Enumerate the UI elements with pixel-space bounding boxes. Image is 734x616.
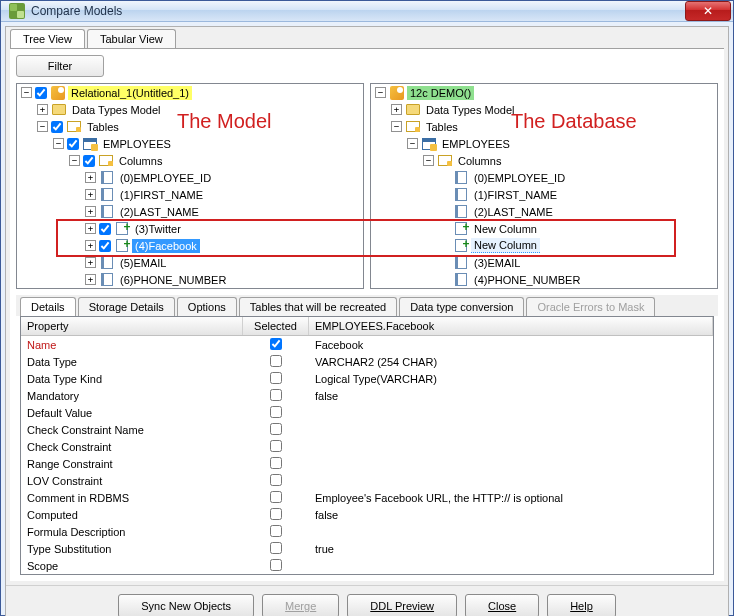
model-root-label[interactable]: Relational_1(Untitled_1) <box>68 86 192 100</box>
selected-cell[interactable] <box>243 524 309 540</box>
expand-icon[interactable]: − <box>375 87 386 98</box>
selected-cell[interactable] <box>243 558 309 574</box>
column-label[interactable]: (2)LAST_NAME <box>471 205 556 219</box>
database-root-label[interactable]: 12c DEMO() <box>407 86 474 100</box>
expand-icon[interactable]: − <box>423 155 434 166</box>
column-label[interactable]: (1)FIRST_NAME <box>471 188 560 202</box>
column-label[interactable]: (3)EMAIL <box>471 256 523 270</box>
tab-tables-recreated[interactable]: Tables that will be recreated <box>239 297 397 316</box>
selected-cell[interactable] <box>243 490 309 506</box>
selected-cell[interactable] <box>243 371 309 387</box>
expand-icon[interactable]: + <box>85 257 96 268</box>
tab-tree-view[interactable]: Tree View <box>10 29 85 48</box>
column-label[interactable]: (1)FIRST_NAME <box>117 188 206 202</box>
selected-cell[interactable] <box>243 541 309 557</box>
row-checkbox[interactable] <box>270 457 282 469</box>
grid-row[interactable]: Check Constraint Name <box>21 421 713 438</box>
grid-row[interactable]: Data Type KindLogical Type(VARCHAR) <box>21 370 713 387</box>
help-button[interactable]: Help <box>547 594 616 616</box>
grid-row[interactable]: Scope <box>21 557 713 574</box>
selected-cell[interactable] <box>243 473 309 489</box>
columns-label[interactable]: Columns <box>116 154 165 168</box>
expand-icon[interactable]: − <box>21 87 32 98</box>
properties-grid[interactable]: Property Selected EMPLOYEES.Facebook Nam… <box>20 316 714 575</box>
expand-icon[interactable]: + <box>85 223 96 234</box>
row-checkbox[interactable] <box>270 372 282 384</box>
header-value[interactable]: EMPLOYEES.Facebook <box>309 317 713 335</box>
grid-row[interactable]: Formula Description <box>21 523 713 540</box>
datatypes-label[interactable]: Data Types Model <box>423 103 517 117</box>
new-column-label[interactable]: New Column <box>471 222 540 236</box>
row-checkbox[interactable] <box>270 491 282 503</box>
selected-cell[interactable] <box>243 337 309 353</box>
grid-row[interactable]: Check Constraint <box>21 438 713 455</box>
column-label[interactable]: (2)LAST_NAME <box>117 205 202 219</box>
checkbox[interactable] <box>35 87 47 99</box>
expand-icon[interactable]: − <box>37 121 48 132</box>
grid-row[interactable]: Range Constraint <box>21 455 713 472</box>
table-label[interactable]: EMPLOYEES <box>439 137 513 151</box>
expand-icon[interactable]: + <box>85 274 96 285</box>
row-checkbox[interactable] <box>270 559 282 571</box>
selected-cell[interactable] <box>243 422 309 438</box>
selected-cell[interactable] <box>243 507 309 523</box>
row-checkbox[interactable] <box>270 525 282 537</box>
tables-label[interactable]: Tables <box>84 120 122 134</box>
sync-new-objects-button[interactable]: Sync New Objects <box>118 594 254 616</box>
checkbox[interactable] <box>67 138 79 150</box>
tab-data-type-conversion[interactable]: Data type conversion <box>399 297 524 316</box>
column-label[interactable]: (0)EMPLOYEE_ID <box>117 171 214 185</box>
columns-label[interactable]: Columns <box>455 154 504 168</box>
model-tree-pane[interactable]: − Relational_1(Untitled_1) + D <box>16 83 364 289</box>
ddl-preview-button[interactable]: DDL Preview <box>347 594 457 616</box>
grid-row[interactable]: Comment in RDBMSEmployee's Facebook URL,… <box>21 489 713 506</box>
column-label[interactable]: (4)PHONE_NUMBER <box>471 273 583 287</box>
tab-details[interactable]: Details <box>20 297 76 316</box>
column-twitter-label[interactable]: (3)Twitter <box>132 222 184 236</box>
row-checkbox[interactable] <box>270 423 282 435</box>
new-column-selected-label[interactable]: New Column <box>471 238 540 253</box>
column-label[interactable]: (0)EMPLOYEE_ID <box>471 171 568 185</box>
expand-icon[interactable]: + <box>85 206 96 217</box>
window-close-button[interactable]: ✕ <box>685 1 731 21</box>
header-selected[interactable]: Selected <box>243 317 309 335</box>
tab-storage-details[interactable]: Storage Details <box>78 297 175 316</box>
checkbox[interactable] <box>51 121 63 133</box>
column-facebook-label[interactable]: (4)Facebook <box>132 239 200 253</box>
selected-cell[interactable] <box>243 439 309 455</box>
checkbox[interactable] <box>99 223 111 235</box>
expand-icon[interactable]: + <box>391 104 402 115</box>
database-tree-pane[interactable]: − 12c DEMO() + Data Types Model <box>370 83 718 289</box>
table-label[interactable]: EMPLOYEES <box>100 137 174 151</box>
row-checkbox[interactable] <box>270 440 282 452</box>
tables-label[interactable]: Tables <box>423 120 461 134</box>
grid-row[interactable]: Data TypeVARCHAR2 (254 CHAR) <box>21 353 713 370</box>
grid-row[interactable]: NameFacebook <box>21 336 713 353</box>
filter-button[interactable]: Filter <box>16 55 104 77</box>
expand-icon[interactable]: − <box>391 121 402 132</box>
tab-options[interactable]: Options <box>177 297 237 316</box>
row-checkbox[interactable] <box>270 355 282 367</box>
row-checkbox[interactable] <box>270 406 282 418</box>
grid-row[interactable]: Default Value <box>21 404 713 421</box>
grid-row[interactable]: Computedfalse <box>21 506 713 523</box>
row-checkbox[interactable] <box>270 474 282 486</box>
checkbox[interactable] <box>83 155 95 167</box>
datatypes-label[interactable]: Data Types Model <box>69 103 163 117</box>
grid-row[interactable]: LOV Constraint <box>21 472 713 489</box>
expand-icon[interactable]: + <box>85 240 96 251</box>
row-checkbox[interactable] <box>270 542 282 554</box>
expand-icon[interactable]: + <box>85 172 96 183</box>
selected-cell[interactable] <box>243 388 309 404</box>
tab-tabular-view[interactable]: Tabular View <box>87 29 176 48</box>
expand-icon[interactable]: − <box>69 155 80 166</box>
row-checkbox[interactable] <box>270 508 282 520</box>
selected-cell[interactable] <box>243 354 309 370</box>
row-checkbox[interactable] <box>270 338 282 350</box>
expand-icon[interactable]: + <box>85 189 96 200</box>
grid-row[interactable]: Type Substitutiontrue <box>21 540 713 557</box>
header-property[interactable]: Property <box>21 317 243 335</box>
row-checkbox[interactable] <box>270 389 282 401</box>
checkbox[interactable] <box>99 240 111 252</box>
selected-cell[interactable] <box>243 405 309 421</box>
